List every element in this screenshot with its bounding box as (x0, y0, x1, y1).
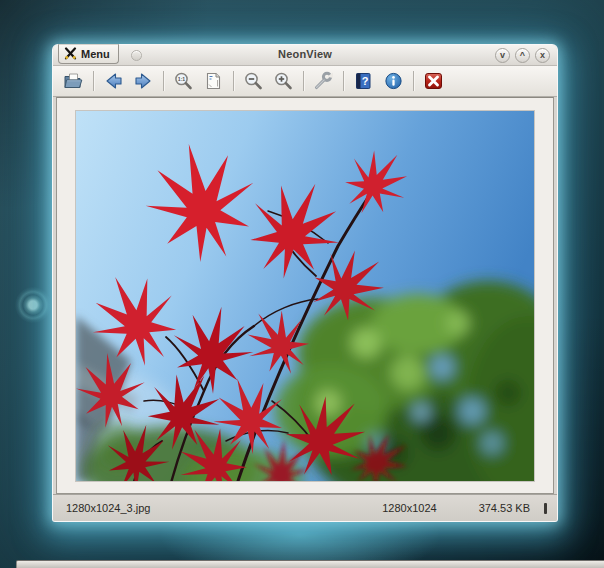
background-window-edge (16, 560, 604, 568)
open-file-icon (63, 71, 84, 91)
image-view-area[interactable] (56, 97, 554, 494)
toolbar-separator (303, 71, 304, 91)
zoom-original-icon: 1:1 (173, 71, 194, 91)
titlebar[interactable]: Menu NeonView v ^ x (53, 45, 557, 66)
close-button[interactable]: x (535, 48, 550, 63)
toolbar-separator (93, 71, 94, 91)
toolbar-separator (343, 71, 344, 91)
go-next-button[interactable] (130, 69, 157, 94)
photo (76, 111, 534, 481)
status-filesize: 374.53 KB (479, 502, 530, 514)
settings-icon (313, 71, 334, 91)
status-dimensions: 1280x1024 (382, 502, 436, 514)
quit-icon (423, 71, 444, 91)
toolbar-separator (413, 71, 414, 91)
quit-button[interactable] (420, 69, 447, 94)
shade-button[interactable]: v (495, 48, 510, 63)
open-file-button[interactable] (60, 69, 87, 94)
status-filename: 1280x1024_3.jpg (66, 502, 382, 514)
settings-button[interactable] (310, 69, 337, 94)
go-previous-button[interactable] (100, 69, 127, 94)
svg-text:?: ? (362, 75, 369, 87)
resize-grip[interactable] (544, 503, 547, 514)
fit-to-window-button[interactable] (200, 69, 227, 94)
statusbar: 1280x1024_3.jpg 1280x1024 374.53 KB (53, 494, 557, 521)
fit-to-window-icon (203, 71, 224, 91)
toolbar-separator (233, 71, 234, 91)
zoom-in-icon (273, 71, 294, 91)
go-next-icon (133, 71, 154, 91)
help-icon: ? (353, 71, 374, 91)
zoom-original-button[interactable]: 1:1 (170, 69, 197, 94)
maple-leaves-photo (76, 111, 534, 481)
zoom-out-icon (243, 71, 264, 91)
help-button[interactable]: ? (350, 69, 377, 94)
zoom-in-button[interactable] (270, 69, 297, 94)
go-previous-icon (103, 71, 124, 91)
unshade-button[interactable]: ^ (515, 48, 530, 63)
toolbar: 1:1 (53, 66, 557, 97)
window-controls: v ^ x (495, 48, 550, 63)
neonview-window: Menu NeonView v ^ x (52, 44, 558, 522)
desktop-background: Menu NeonView v ^ x (0, 0, 604, 568)
about-button[interactable] (380, 69, 407, 94)
svg-text:1:1: 1:1 (178, 76, 186, 82)
window-title: NeonView (53, 48, 557, 60)
toolbar-separator (163, 71, 164, 91)
desktop-bokeh-orb (15, 287, 51, 323)
zoom-out-button[interactable] (240, 69, 267, 94)
about-icon (383, 71, 404, 91)
